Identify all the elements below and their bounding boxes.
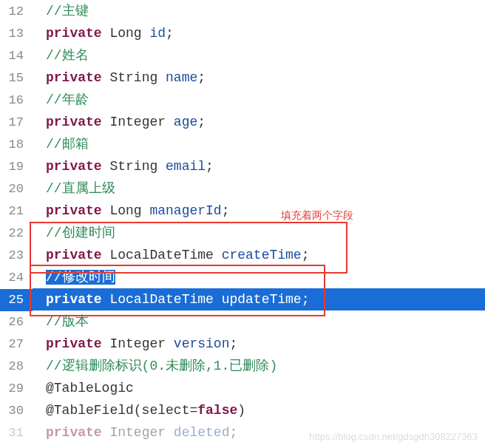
line-number: 15 [0, 67, 33, 89]
keyword: private [46, 425, 102, 440]
line-number: 29 [0, 378, 33, 400]
type: String [102, 70, 166, 85]
type: Integer [102, 115, 174, 129]
identifier: id [149, 26, 166, 41]
identifier: managerId [149, 203, 221, 218]
type: Integer [102, 336, 174, 351]
type: String [102, 159, 166, 174]
code-line[interactable]: 18 //邮箱 [0, 133, 485, 155]
code-editor[interactable]: 12 //主键 13 private Long id; 14 //姓名 15 p… [0, 0, 485, 444]
line-number: 31 [0, 422, 33, 444]
code-line[interactable]: 28 //逻辑删除标识(0.未删除,1.已删除) [0, 355, 485, 377]
identifier: createTime [222, 248, 302, 262]
comment: //版本 [46, 314, 89, 329]
semicolon: ; [197, 70, 206, 85]
semicolon: ; [302, 248, 310, 262]
comment: //年龄 [46, 92, 89, 107]
line-number: 14 [0, 45, 33, 67]
type: LocalDateTime [102, 248, 222, 262]
keyword: private [46, 203, 102, 218]
line-number: 22 [0, 223, 33, 245]
keyword: private [46, 70, 102, 85]
type: Long [102, 203, 150, 218]
semicolon: ; [206, 159, 214, 174]
annotation: @TableField(select= [46, 403, 197, 418]
code-line[interactable]: 19 private String email; [0, 155, 485, 177]
code-line[interactable]: 29 @TableLogic [0, 377, 485, 399]
type: LocalDateTime [102, 292, 222, 307]
semicolon: ; [302, 292, 310, 307]
line-number: 24 [0, 267, 33, 289]
code-line[interactable]: 21 private Long managerId; [0, 200, 485, 222]
line-number: 26 [0, 311, 33, 333]
line-number: 25 [0, 289, 33, 311]
type: Integer [102, 425, 174, 440]
annotation-label: 填充着两个字段 [281, 209, 353, 223]
code-line[interactable]: 12 //主键 [0, 0, 485, 22]
comment: //直属上级 [46, 181, 115, 196]
code-line[interactable]: 27 private Integer version; [0, 333, 485, 355]
line-number: 27 [0, 333, 33, 356]
keyword: private [46, 159, 102, 174]
semicolon: ; [229, 425, 237, 440]
comment: //修改时间 [46, 270, 115, 285]
code-line[interactable]: 16 //年龄 [0, 89, 485, 111]
line-number: 18 [0, 134, 33, 156]
semicolon: ; [197, 115, 206, 129]
keyword: private [46, 248, 102, 262]
line-number: 20 [0, 178, 33, 200]
line-number: 28 [0, 356, 33, 378]
code-line[interactable]: 26 //版本 [0, 310, 485, 333]
comment: //主键 [46, 4, 89, 18]
line-number: 17 [0, 112, 33, 134]
keyword: private [46, 292, 102, 307]
code-line[interactable]: 20 //直属上级 [0, 177, 485, 200]
identifier: email [166, 159, 206, 174]
code-line[interactable]: 24 //修改时间 [0, 266, 485, 288]
identifier: age [174, 115, 197, 129]
line-number: 19 [0, 156, 33, 178]
code-line[interactable]: 13 private Long id; [0, 22, 485, 44]
code-line[interactable]: 17 private Integer age; [0, 111, 485, 133]
semicolon: ; [222, 203, 230, 218]
code-line[interactable]: 15 private String name; [0, 67, 485, 89]
line-number: 30 [0, 400, 33, 422]
keyword-false: false [197, 403, 237, 418]
identifier: deleted [174, 425, 230, 440]
annotation: @TableLogic [46, 381, 134, 396]
code-line-selected[interactable]: 25 private LocalDateTime updateTime; [0, 288, 485, 310]
semicolon: ; [166, 26, 174, 41]
line-number: 23 [0, 245, 33, 267]
comment: //邮箱 [46, 137, 89, 152]
line-number: 21 [0, 200, 33, 223]
identifier: version [174, 336, 230, 351]
code-line[interactable]: 14 //姓名 [0, 44, 485, 67]
comment: //创建时间 [46, 225, 115, 240]
line-number: 13 [0, 23, 33, 45]
comment: //姓名 [46, 48, 89, 63]
comment: //逻辑删除标识(0.未删除,1.已删除) [46, 359, 277, 373]
line-number: 12 [0, 1, 33, 23]
code-line[interactable]: 22 //创建时间 [0, 222, 485, 244]
code-line[interactable]: 30 @TableField(select=false) [0, 399, 485, 421]
identifier: name [166, 70, 197, 85]
code-line[interactable]: 23 private LocalDateTime createTime; [0, 244, 485, 266]
annotation-close: ) [237, 403, 245, 418]
keyword: private [46, 115, 102, 129]
keyword: private [46, 26, 102, 41]
keyword: private [46, 336, 102, 351]
watermark: https://blog.csdn.net/gdsgdh308227363 [309, 431, 478, 442]
semicolon: ; [229, 336, 237, 351]
line-number: 16 [0, 89, 33, 112]
identifier: updateTime [222, 292, 302, 307]
type: Long [102, 26, 150, 41]
